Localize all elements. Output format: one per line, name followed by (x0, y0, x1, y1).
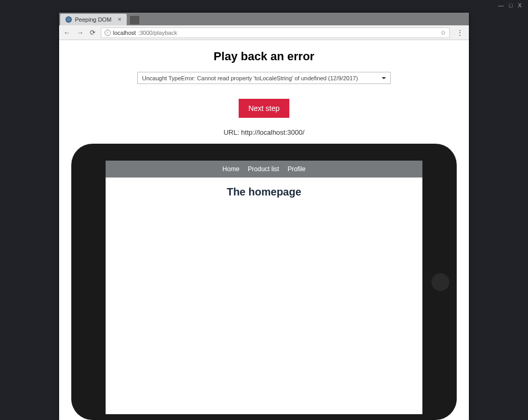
favicon-icon (65, 16, 72, 23)
new-tab-button[interactable] (130, 16, 139, 24)
preview-heading: The homepage (106, 186, 422, 198)
error-select-value: Uncaught TypeError: Cannot read property… (142, 75, 358, 81)
chevron-down-icon (382, 77, 386, 79)
close-icon[interactable]: X (518, 2, 522, 8)
page-content: Play back an error Uncaught TypeError: C… (59, 40, 469, 420)
nav-product-list[interactable]: Product list (248, 165, 279, 173)
error-select[interactable]: Uncaught TypeError: Cannot read property… (137, 72, 391, 84)
back-icon[interactable]: ← (62, 29, 71, 36)
nav-profile[interactable]: Profile (288, 165, 306, 173)
tab-strip: Peeping DOM × (59, 13, 469, 25)
site-info-icon[interactable]: i (105, 30, 111, 36)
preview-navbar: Home Product list Profile (106, 161, 422, 178)
tab-close-icon[interactable]: × (118, 16, 121, 23)
tab-title: Peeping DOM (75, 16, 111, 23)
url-rest: :3000/playback (138, 30, 177, 36)
playback-url-label: URL: http://localhost:3000/ (223, 128, 304, 136)
browser-tab[interactable]: Peeping DOM × (60, 14, 127, 25)
minimize-icon[interactable]: — (498, 2, 504, 8)
tablet-frame: Home Product list Profile The homepage (71, 144, 457, 420)
forward-icon[interactable]: → (76, 29, 84, 36)
bookmark-icon[interactable]: ☆ (440, 29, 446, 36)
browser-window: Peeping DOM × ← → ⟳ i localhost:3000/pla… (59, 13, 469, 420)
tablet-screen: Home Product list Profile The homepage (106, 161, 422, 414)
next-step-button[interactable]: Next step (239, 99, 289, 118)
window-controls: — □ X (498, 2, 522, 8)
address-bar: ← → ⟳ i localhost:3000/playback ☆ ⋮ (59, 25, 469, 40)
preview-content: The homepage (106, 178, 422, 198)
url-host: localhost (113, 30, 136, 36)
reload-icon[interactable]: ⟳ (89, 29, 97, 36)
maximize-icon[interactable]: □ (509, 2, 513, 8)
browser-menu-icon[interactable]: ⋮ (454, 29, 466, 37)
url-input[interactable]: i localhost:3000/playback ☆ (101, 27, 450, 38)
page-title: Play back an error (214, 50, 315, 63)
tablet-home-button-icon (431, 273, 449, 291)
nav-home[interactable]: Home (222, 165, 239, 173)
